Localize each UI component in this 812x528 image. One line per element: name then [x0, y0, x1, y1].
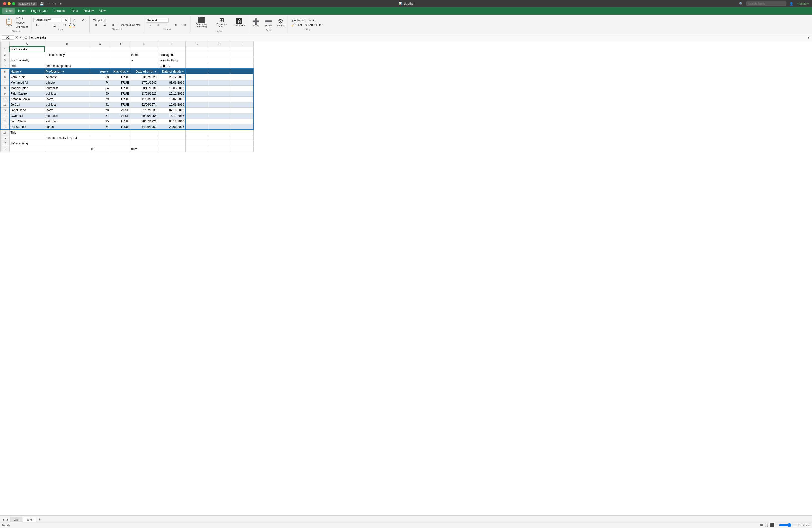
cell-C11[interactable]: 41 [90, 102, 110, 108]
cell-G13[interactable] [185, 113, 208, 118]
cell-A5[interactable]: Name ▼ [9, 69, 45, 74]
cell-D8[interactable]: TRUE [110, 85, 130, 91]
clear-button[interactable]: 🧹 Clear [290, 23, 303, 27]
cell-I8[interactable] [231, 85, 253, 91]
format-as-table-button[interactable]: ⊞ Format as Table [213, 16, 231, 29]
cell-F5[interactable]: Date of death ▼ [158, 69, 185, 74]
quick-access-redo[interactable]: ↪ [53, 1, 57, 6]
cell-H2[interactable] [208, 52, 231, 58]
row-header-19[interactable]: 19 [0, 146, 9, 152]
row-header-12[interactable]: 12 [0, 108, 9, 113]
menu-data[interactable]: Data [69, 8, 81, 14]
row-header-10[interactable]: 10 [0, 96, 9, 102]
cell-D9[interactable]: TRUE [110, 91, 130, 96]
cell-A1[interactable]: For the sake [9, 46, 45, 52]
row-header-15[interactable]: 15 [0, 124, 9, 130]
cell-I14[interactable] [231, 118, 253, 124]
cell-I11[interactable] [231, 102, 253, 108]
cell-C10[interactable]: 79 [90, 96, 110, 102]
cell-H19[interactable] [208, 146, 231, 152]
minimize-button[interactable] [8, 2, 11, 5]
cell-F3[interactable]: beautiful thing, [158, 58, 185, 63]
increase-decimal-button[interactable]: .00 [180, 23, 188, 27]
cell-F15[interactable]: 28/06/2016 [158, 124, 185, 130]
cell-I19[interactable] [231, 146, 253, 152]
autosum-button[interactable]: ∑ AutoSum [290, 18, 307, 22]
row-header-1[interactable]: 1 [0, 46, 9, 52]
col-header-B[interactable]: B [45, 41, 90, 46]
cell-B4[interactable]: keep making notes [45, 63, 90, 69]
wrap-text-button[interactable]: Wrap Text [92, 18, 107, 22]
cell-E13[interactable]: 29/09/1955 [130, 113, 158, 118]
cell-G11[interactable] [185, 102, 208, 108]
cell-G16[interactable] [185, 130, 208, 135]
cell-C17[interactable] [90, 135, 110, 141]
row-header-6[interactable]: 6 [0, 74, 9, 80]
cell-H13[interactable] [208, 113, 231, 118]
row-header-8[interactable]: 8 [0, 85, 9, 91]
cell-G10[interactable] [185, 96, 208, 102]
cell-E12[interactable]: 21/07/1938 [130, 108, 158, 113]
cell-A14[interactable]: John Glenn [9, 118, 45, 124]
cell-B18[interactable] [45, 141, 90, 146]
cell-F12[interactable]: 07/11/2016 [158, 108, 185, 113]
cell-E6[interactable]: 23/07/1928 [130, 74, 158, 80]
page-break-view-button[interactable]: ⬛ [770, 523, 774, 527]
cell-G8[interactable] [185, 85, 208, 91]
formula-input[interactable] [28, 36, 805, 39]
cell-F19[interactable] [158, 146, 185, 152]
cell-C15[interactable]: 64 [90, 124, 110, 130]
row-header-13[interactable]: 13 [0, 113, 9, 118]
cell-A10[interactable]: Antonin Scalia [9, 96, 45, 102]
cell-I1[interactable] [231, 46, 253, 52]
cell-B10[interactable]: lawyer [45, 96, 90, 102]
menu-formulas[interactable]: Formulas [51, 8, 69, 14]
col-header-E[interactable]: E [130, 41, 158, 46]
cell-F17[interactable] [158, 135, 185, 141]
paste-button[interactable]: 📋 Paste [3, 17, 14, 28]
formula-cancel-icon[interactable]: ✕ [15, 35, 18, 40]
cell-I15[interactable] [231, 124, 253, 130]
menu-insert[interactable]: Insert [16, 8, 28, 14]
cell-C12[interactable]: 78 [90, 108, 110, 113]
cell-G19[interactable] [185, 146, 208, 152]
search-icon[interactable]: 🔍 [738, 1, 744, 6]
cell-D16[interactable] [110, 130, 130, 135]
cell-A2[interactable] [9, 52, 45, 58]
cell-I18[interactable] [231, 141, 253, 146]
row-header-3[interactable]: 3 [0, 58, 9, 63]
cell-G17[interactable] [185, 135, 208, 141]
cell-I5[interactable] [231, 69, 253, 74]
row-header-17[interactable]: 17 [0, 135, 9, 141]
cell-F4[interactable]: up here. [158, 63, 185, 69]
row-header-5[interactable]: 5 [0, 69, 9, 74]
cell-H6[interactable] [208, 74, 231, 80]
sheet-tab-arts[interactable]: arts [10, 517, 22, 522]
cell-I9[interactable] [231, 91, 253, 96]
cell-styles-button[interactable]: 🅰 Cell Styles [233, 17, 247, 28]
cell-I16[interactable] [231, 130, 253, 135]
add-sheet-button[interactable]: + [37, 517, 42, 522]
cell-F13[interactable]: 14/11/2016 [158, 113, 185, 118]
cell-D10[interactable]: TRUE [110, 96, 130, 102]
copy-button[interactable]: ⎘ Copy [15, 20, 29, 25]
cell-A4[interactable]: I will [9, 63, 45, 69]
cell-H16[interactable] [208, 130, 231, 135]
formula-accept-icon[interactable]: ✓ [19, 35, 22, 40]
cell-E14[interactable]: 28/07/1921 [130, 118, 158, 124]
cell-D5[interactable]: Has kids ▼ [110, 69, 130, 74]
menu-page-layout[interactable]: Page Layout [29, 8, 50, 14]
cell-F7[interactable]: 03/06/2016 [158, 80, 185, 85]
cell-C8[interactable]: 84 [90, 85, 110, 91]
cell-C7[interactable]: 74 [90, 80, 110, 85]
delete-button[interactable]: ➖ Delete [263, 17, 274, 28]
cut-button[interactable]: ✂ Cut [15, 16, 29, 20]
fill-button[interactable]: ⬇ Fill [308, 18, 317, 23]
increase-font-button[interactable]: A↑ [71, 18, 79, 22]
cell-A18[interactable]: we're signing [9, 141, 45, 146]
decrease-decimal-button[interactable]: .0 [172, 23, 179, 27]
cell-A19[interactable] [9, 146, 45, 152]
quick-access-undo[interactable]: ↩ [46, 1, 51, 6]
cell-E5[interactable]: Date of birth ▼ [130, 69, 158, 74]
maximize-button[interactable] [12, 2, 15, 5]
